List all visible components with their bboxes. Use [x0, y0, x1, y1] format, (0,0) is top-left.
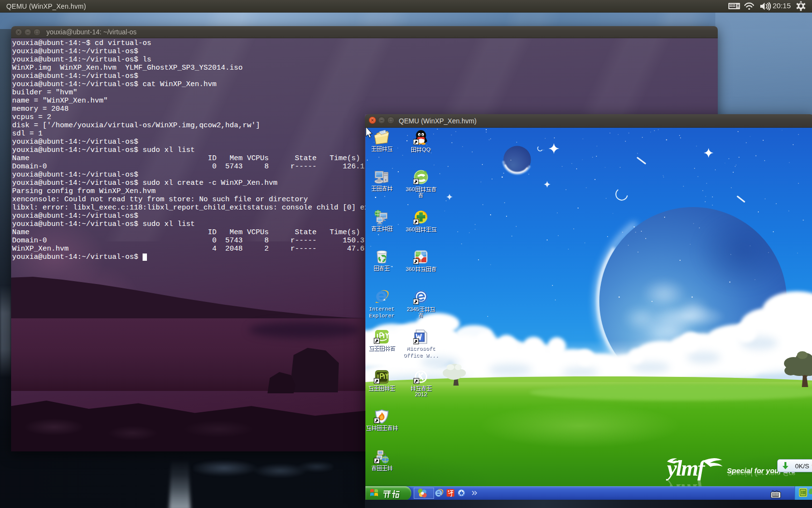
svg-text:0K/S: 0K/S — [795, 463, 809, 470]
